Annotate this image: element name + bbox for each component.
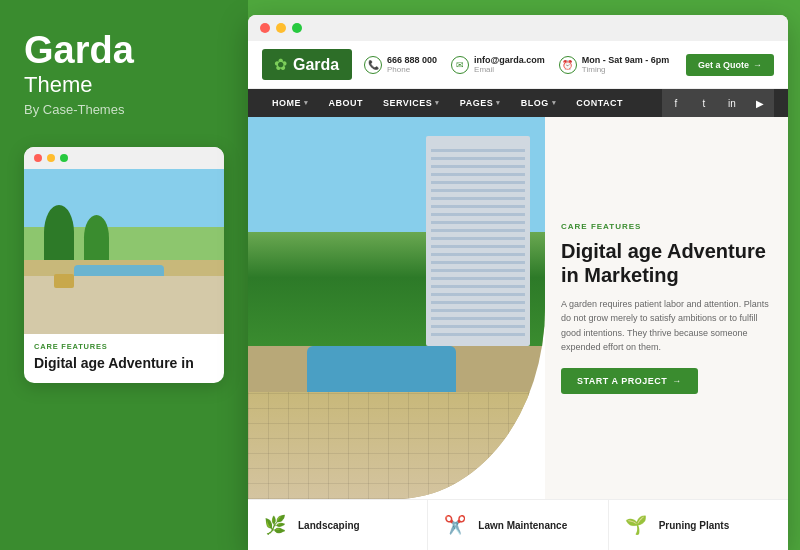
service-item-lawn[interactable]: ✂️ Lawn Maintenance: [428, 500, 608, 550]
timing-value: Mon - Sat 9am - 6pm: [582, 55, 670, 65]
website-logo: ✿ Garda: [262, 49, 352, 80]
pruning-label: Pruning Plants: [659, 520, 730, 531]
contact-phone-item: 📞 666 888 000 Phone: [364, 55, 437, 74]
leaf-icon: ✿: [274, 55, 287, 74]
linkedin-icon[interactable]: in: [718, 89, 746, 117]
service-item-pruning[interactable]: 🌱 Pruning Plants: [609, 500, 788, 550]
sidebar-browser-topbar: [24, 147, 224, 169]
main-content-area: ✿ Garda 📞 666 888 000 Phone ✉ info@garda…: [248, 0, 800, 550]
sidebar-browser-preview: CARE FEATURES Digital age Adventure in: [24, 147, 224, 383]
hero-nav-arrows: ‹ ›: [477, 463, 531, 487]
facebook-icon[interactable]: f: [662, 89, 690, 117]
phone-label: Phone: [387, 65, 437, 74]
nav-item-contact[interactable]: CONTACT: [566, 90, 633, 116]
hero-category-label: CARE FEATURES: [561, 222, 772, 231]
landscaping-label: Landscaping: [298, 520, 360, 531]
phone-value: 666 888 000: [387, 55, 437, 65]
prev-arrow-button[interactable]: ‹: [477, 463, 501, 487]
arrow-icon: →: [672, 376, 682, 386]
start-project-label: START A PROJECT: [577, 376, 667, 386]
main-dot-green: [292, 23, 302, 33]
lawn-icon-wrap: ✂️: [440, 510, 470, 540]
youtube-icon[interactable]: ▶: [746, 89, 774, 117]
nav-social-links: f t in ▶: [662, 89, 774, 117]
chevron-down-icon: ▾: [496, 99, 501, 107]
contact-email-item: ✉ info@garda.com Email: [451, 55, 545, 74]
twitter-icon[interactable]: t: [690, 89, 718, 117]
website-hero: ‹ › CARE FEATURES Digital age Adventure …: [248, 117, 788, 499]
sidebar: Garda Theme By Case-Themes CARE FEATURES…: [0, 0, 248, 550]
sidebar-browser-content: CARE FEATURES Digital age Adventure in: [24, 169, 224, 383]
hero-image-area: ‹ ›: [248, 117, 545, 499]
sidebar-brand-name: Garda: [24, 30, 224, 72]
sidebar-author-label: By Case-Themes: [24, 102, 224, 117]
landscaping-icon: 🌿: [264, 514, 286, 536]
sidebar-theme-label: Theme: [24, 72, 224, 98]
chevron-down-icon: ▾: [304, 99, 309, 107]
website-header: ✿ Garda 📞 666 888 000 Phone ✉ info@garda…: [248, 41, 788, 89]
nav-item-home[interactable]: HOME ▾: [262, 90, 319, 116]
email-label: Email: [474, 65, 545, 74]
lawn-label: Lawn Maintenance: [478, 520, 567, 531]
landscaping-icon-wrap: 🌿: [260, 510, 290, 540]
sidebar-logo-block: Garda Theme By Case-Themes: [24, 30, 224, 117]
nav-item-blog[interactable]: BLOG ▾: [511, 90, 567, 116]
dot-green-icon: [60, 154, 68, 162]
sidebar-card-text: CARE FEATURES Digital age Adventure in: [24, 334, 224, 383]
header-contact-group: 📞 666 888 000 Phone ✉ info@garda.com Ema…: [364, 55, 674, 74]
garden-scene: [24, 169, 224, 334]
sidebar-card-title: Digital age Adventure in: [34, 355, 214, 373]
timing-label: Timing: [582, 65, 670, 74]
hero-content-panel: CARE FEATURES Digital age Adventure in M…: [545, 117, 788, 499]
start-project-button[interactable]: START A PROJECT →: [561, 368, 698, 394]
get-quote-button[interactable]: Get a Quote →: [686, 54, 774, 76]
hero-building: [426, 136, 530, 346]
logo-name: Garda: [293, 56, 339, 74]
nav-item-about[interactable]: ABOUT: [319, 90, 374, 116]
main-dot-yellow: [276, 23, 286, 33]
clock-icon: ⏰: [559, 56, 577, 74]
pruning-icon: 🌱: [625, 514, 647, 536]
hero-garden-image: ‹ ›: [248, 117, 545, 499]
next-arrow-button[interactable]: ›: [507, 463, 531, 487]
email-value: info@garda.com: [474, 55, 545, 65]
arrow-icon: →: [753, 60, 762, 70]
dot-yellow-icon: [47, 154, 55, 162]
chevron-down-icon: ▾: [435, 99, 440, 107]
email-icon: ✉: [451, 56, 469, 74]
main-dot-red: [260, 23, 270, 33]
website-nav: HOME ▾ ABOUT SERVICES ▾ PAGES ▾ BLOG ▾ C…: [248, 89, 788, 117]
nav-item-pages[interactable]: PAGES ▾: [450, 90, 511, 116]
service-item-landscaping[interactable]: 🌿 Landscaping: [248, 500, 428, 550]
lawn-icon: ✂️: [444, 514, 466, 536]
get-quote-label: Get a Quote: [698, 60, 749, 70]
pruning-icon-wrap: 🌱: [621, 510, 651, 540]
sidebar-card-category: CARE FEATURES: [34, 342, 214, 351]
hero-description: A garden requires patient labor and atte…: [561, 297, 772, 355]
dot-red-icon: [34, 154, 42, 162]
chevron-down-icon: ▾: [552, 99, 557, 107]
chair-element: [54, 274, 74, 288]
sidebar-hero-image: [24, 169, 224, 334]
main-browser-topbar: [248, 15, 788, 41]
main-browser-window: ✿ Garda 📞 666 888 000 Phone ✉ info@garda…: [248, 15, 788, 550]
hero-title: Digital age Adventure in Marketing: [561, 239, 772, 287]
phone-icon: 📞: [364, 56, 382, 74]
contact-timing-item: ⏰ Mon - Sat 9am - 6pm Timing: [559, 55, 670, 74]
services-bar: 🌿 Landscaping ✂️ Lawn Maintenance 🌱 Prun…: [248, 499, 788, 550]
nav-item-services[interactable]: SERVICES ▾: [373, 90, 450, 116]
